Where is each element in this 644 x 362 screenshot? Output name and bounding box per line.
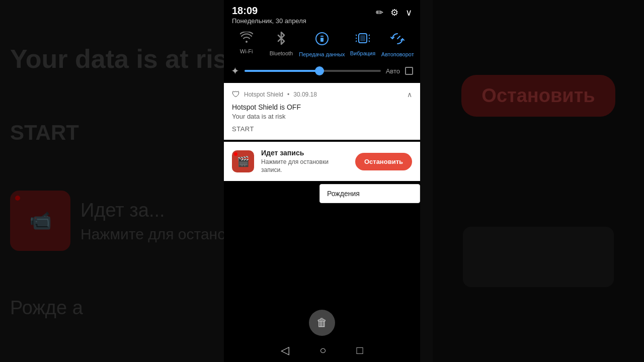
status-time: 18:09 <box>232 5 306 17</box>
hotspot-shield-notification[interactable]: 🛡 Hotspot Shield • 30.09.18 ∧ Hotspot Sh… <box>224 83 420 140</box>
notif-title: Hotspot Shield is OFF <box>232 103 412 111</box>
stop-recording-button[interactable]: Остановить <box>355 153 412 170</box>
status-date: Понедельник, 30 апреля <box>232 17 306 25</box>
svg-rect-1 <box>320 36 324 42</box>
notif-time: 30.09.18 <box>293 91 317 98</box>
status-time-block: 18:09 Понедельник, 30 апреля <box>232 5 306 25</box>
rec-app-icon: 🎬 <box>232 150 254 172</box>
status-bar: 18:09 Понедельник, 30 апреля ✏ ⚙ ∨ <box>224 0 420 28</box>
input-suggestion[interactable]: Рождения <box>319 184 420 203</box>
qs-wifi[interactable]: Wi-Fi <box>229 32 264 55</box>
vibration-icon <box>356 32 370 48</box>
notif-app-name: Hotspot Shield <box>244 91 283 98</box>
quick-settings: Wi-Fi Bluetooth Передача данных <box>224 28 420 63</box>
phone-panel: 18:09 Понедельник, 30 апреля ✏ ⚙ ∨ Wi-Fi <box>224 0 420 362</box>
bluetooth-label: Bluetooth <box>270 50 293 57</box>
data-icon <box>315 32 329 49</box>
collapse-icon[interactable]: ∨ <box>406 7 412 18</box>
svg-line-5 <box>356 35 357 36</box>
bottom-area: 🗑 ◁ ○ □ <box>224 303 420 362</box>
status-icons: ✏ ⚙ ∨ <box>376 5 412 18</box>
edit-icon[interactable]: ✏ <box>376 7 383 18</box>
settings-icon[interactable]: ⚙ <box>390 7 398 18</box>
brightness-row: ✦ Авто <box>224 63 420 83</box>
autorotate-icon <box>390 32 405 49</box>
brightness-auto-label: Авто <box>386 67 400 75</box>
svg-line-10 <box>369 41 370 42</box>
home-button[interactable]: ○ <box>319 344 326 357</box>
brightness-fill <box>245 70 319 72</box>
notif-header: 🛡 Hotspot Shield • 30.09.18 ∧ <box>232 90 412 99</box>
brightness-slider[interactable] <box>245 70 381 72</box>
back-button[interactable]: ◁ <box>281 344 289 357</box>
recording-notification[interactable]: 🎬 Идет запись Нажмите для остановки запи… <box>224 142 420 181</box>
camera-icon: 🎬 <box>237 155 250 167</box>
autorotate-label: Автоповорот <box>381 51 414 58</box>
trash-icon: 🗑 <box>316 316 328 329</box>
rec-content: Идет запись Нажмите для остановки записи… <box>261 149 348 174</box>
wifi-icon <box>240 32 253 46</box>
nav-bar: ◁ ○ □ <box>281 344 363 357</box>
qs-autorotate[interactable]: Автоповорот <box>380 32 415 58</box>
brightness-auto-checkbox[interactable] <box>405 67 413 75</box>
wifi-label: Wi-Fi <box>240 48 253 55</box>
shield-icon: 🛡 <box>232 90 240 99</box>
svg-line-11 <box>397 36 400 39</box>
brightness-thumb <box>315 66 324 75</box>
rec-body: Нажмите для остановки записи. <box>261 158 348 174</box>
notif-separator: • <box>287 91 289 98</box>
qs-bluetooth[interactable]: Bluetooth <box>264 32 298 57</box>
notif-start-action[interactable]: START <box>232 125 412 133</box>
vibration-label: Вибрация <box>350 50 375 57</box>
recent-button[interactable]: □ <box>357 344 363 357</box>
svg-rect-4 <box>360 35 365 41</box>
bluetooth-icon <box>277 32 286 48</box>
data-label: Передача данных <box>299 51 345 58</box>
trash-button[interactable]: 🗑 <box>309 310 335 336</box>
expand-icon[interactable]: ∧ <box>407 90 412 99</box>
notif-body: Your data is at risk <box>232 113 412 120</box>
qs-vibration[interactable]: Вибрация <box>346 32 380 57</box>
notifications-area: 🛡 Hotspot Shield • 30.09.18 ∧ Hotspot Sh… <box>224 83 420 303</box>
rec-title: Идет запись <box>261 149 348 157</box>
svg-line-8 <box>369 35 370 36</box>
brightness-icon: ✦ <box>231 65 239 77</box>
qs-data[interactable]: Передача данных <box>299 32 345 58</box>
svg-rect-2 <box>320 37 324 38</box>
svg-line-7 <box>356 41 357 42</box>
